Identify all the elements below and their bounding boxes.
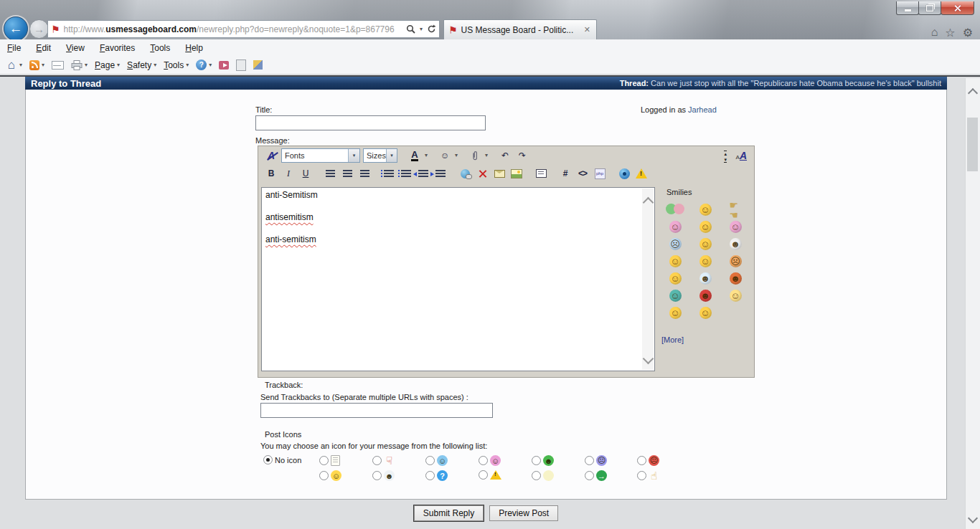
attachment-dropdown-icon[interactable]: ▾	[485, 153, 488, 158]
wrap-php-button[interactable]: php	[593, 167, 607, 180]
menu-file[interactable]: File	[7, 43, 21, 53]
smiley-evil-icon[interactable]: ☻	[730, 272, 742, 285]
research-button[interactable]	[253, 60, 263, 70]
onenote-clip-button[interactable]	[236, 59, 246, 71]
address-dropdown-icon[interactable]: ▾	[420, 27, 423, 32]
post-icon-cool-option[interactable]: ☻	[372, 470, 395, 481]
underline-button[interactable]: U	[298, 167, 313, 180]
wrap-html-button[interactable]: <>	[575, 167, 590, 180]
smiley-smile-icon[interactable]: ☺	[669, 307, 682, 319]
back-button[interactable]: ←	[4, 16, 28, 41]
post-icon-lightbulb-radio[interactable]	[532, 471, 541, 480]
smiley-smirk-icon[interactable]: ☻	[699, 290, 712, 302]
redo-button[interactable]: ↷	[515, 149, 529, 162]
read-mail-button[interactable]	[52, 61, 64, 70]
font-color-button[interactable]: A	[407, 149, 422, 162]
refresh-icon[interactable]	[427, 24, 436, 34]
submit-reply-button[interactable]: Submit Reply	[414, 505, 484, 521]
post-icon-smile-radio[interactable]	[319, 471, 329, 480]
insert-link-button[interactable]	[458, 167, 472, 180]
favorites-star-icon[interactable]: ☆	[945, 26, 955, 39]
smiley-clap-icon[interactable]: ☛☚	[730, 204, 742, 216]
smiley-doh-icon[interactable]	[666, 204, 684, 216]
tools-menu-button[interactable]: Tools▾	[164, 60, 189, 70]
page-scrollbar[interactable]	[965, 78, 980, 529]
settings-gear-icon[interactable]: ⚙	[963, 26, 973, 39]
smiley-confused-icon[interactable]: ☹	[669, 238, 682, 250]
post-icon-none-radio[interactable]	[263, 455, 273, 464]
insert-quote-button[interactable]	[534, 167, 548, 180]
size-select[interactable]: Sizes▾	[363, 148, 397, 163]
font-color-dropdown-icon[interactable]: ▾	[425, 153, 428, 158]
post-icon-wink-option[interactable]: ☺	[425, 455, 448, 466]
post-icon-mad-option[interactable]: ☹	[637, 455, 659, 466]
message-scroll-up-icon[interactable]	[643, 197, 654, 209]
post-icon-arrow-option[interactable]: →	[585, 470, 607, 481]
page-menu-button[interactable]: Page▾	[95, 60, 120, 70]
title-input[interactable]	[255, 115, 486, 130]
post-icon-biggrin-option[interactable]: ☻	[532, 455, 554, 466]
insert-media-button[interactable]	[617, 167, 631, 180]
post-icon-lightbulb-option[interactable]	[532, 470, 554, 481]
username-link[interactable]: Jarhead	[688, 105, 717, 114]
insert-email-button[interactable]	[492, 167, 507, 180]
smiley-smoke-icon[interactable]: ☺	[669, 290, 682, 302]
post-icon-thumbs-down-option[interactable]: ☟	[372, 455, 395, 466]
post-icon-arrow-radio[interactable]	[585, 471, 594, 480]
post-icon-razz-radio[interactable]	[479, 456, 488, 465]
smiley-hug-icon[interactable]: ☺	[730, 221, 742, 233]
url-text[interactable]: http://www.usmessageboard.com/newreply.p…	[64, 24, 406, 34]
size-select-dropdown-icon[interactable]: ▾	[386, 149, 397, 162]
smilies-dropdown-icon[interactable]: ▾	[455, 153, 458, 158]
forward-button[interactable]: →	[29, 19, 49, 39]
smilies-more-link[interactable]: [More]	[661, 335, 684, 344]
post-icon-thumbs-up-radio[interactable]	[637, 471, 646, 480]
smiley-wave-icon[interactable]: ☺	[669, 255, 682, 267]
smiley-dunno-icon[interactable]: ☺	[699, 255, 712, 267]
minimize-button[interactable]	[896, 1, 919, 15]
restore-button[interactable]	[918, 1, 941, 15]
post-icon-question-option[interactable]: ?	[425, 470, 448, 481]
close-button[interactable]	[941, 1, 974, 15]
smiley-cool-icon[interactable]: ☻	[730, 238, 742, 250]
smiley-angel-icon[interactable]: ☺	[730, 290, 742, 302]
scroll-up-icon[interactable]	[968, 88, 978, 98]
post-icon-mad-radio[interactable]	[637, 456, 646, 465]
print-button[interactable]: ▾	[71, 60, 88, 70]
scroll-down-icon[interactable]	[968, 513, 978, 523]
remove-link-button[interactable]	[475, 167, 489, 180]
remove-format-button[interactable]: A	[264, 149, 278, 162]
home-command-button[interactable]: ⌂▾	[6, 59, 22, 71]
unordered-list-button[interactable]	[399, 167, 413, 180]
editor-mode-switch[interactable]: AA	[736, 150, 747, 161]
smilies-button[interactable]: ☺	[438, 149, 452, 162]
smiley-neutral-icon[interactable]: ☺	[699, 238, 712, 250]
align-right-button[interactable]	[357, 167, 372, 180]
post-icon-wink-radio[interactable]	[425, 456, 435, 465]
post-icon-frown-option[interactable]: ☹	[585, 455, 607, 466]
outdent-button[interactable]	[416, 167, 430, 180]
post-icon-cool-radio[interactable]	[372, 471, 382, 480]
scrollbar-thumb[interactable]	[967, 118, 978, 171]
smiley-eek-icon[interactable]: ☻	[699, 272, 712, 285]
moderation-warning-button[interactable]	[634, 167, 649, 180]
menu-view[interactable]: View	[66, 43, 85, 53]
undo-button[interactable]: ↶	[498, 149, 512, 162]
trackback-input[interactable]	[260, 403, 493, 418]
post-icon-thumbs-up-option[interactable]: ☝	[637, 470, 659, 481]
ordered-list-button[interactable]	[382, 167, 396, 180]
post-icon-exclamation-option[interactable]	[479, 470, 501, 480]
menu-tools[interactable]: Tools	[150, 43, 170, 53]
menu-help[interactable]: Help	[185, 43, 203, 53]
font-select-dropdown-icon[interactable]: ▾	[348, 149, 359, 162]
preview-post-button[interactable]: Preview Post	[489, 505, 558, 521]
tab-close-icon[interactable]: ✕	[583, 25, 592, 34]
menu-edit[interactable]: Edit	[36, 43, 51, 53]
italic-button[interactable]: I	[281, 167, 296, 180]
message-scrollbar[interactable]	[642, 189, 654, 370]
post-icon-biggrin-radio[interactable]	[532, 456, 541, 465]
safety-menu-button[interactable]: Safety▾	[127, 60, 156, 70]
menu-favorites[interactable]: Favorites	[100, 43, 135, 53]
search-icon[interactable]	[406, 24, 415, 34]
bold-button[interactable]: B	[264, 167, 278, 180]
